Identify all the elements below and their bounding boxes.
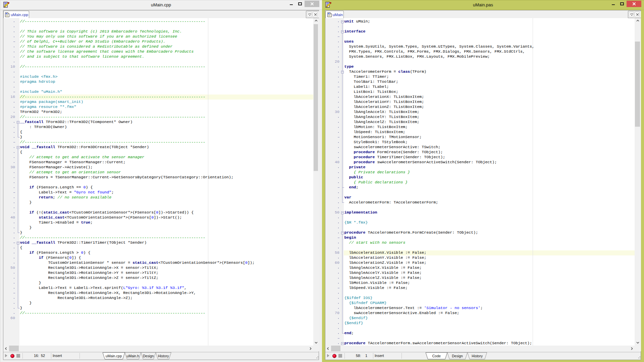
svg-text:uMain.h: uMain.h	[126, 354, 139, 358]
svg-text:History: History	[158, 354, 169, 358]
svg-text:Design: Design	[143, 354, 154, 358]
svg-text:Code: Code	[432, 354, 441, 358]
svg-text:History: History	[472, 354, 483, 358]
svg-text:Design: Design	[452, 354, 463, 358]
svg-text:uMain.cpp: uMain.cpp	[106, 354, 122, 358]
